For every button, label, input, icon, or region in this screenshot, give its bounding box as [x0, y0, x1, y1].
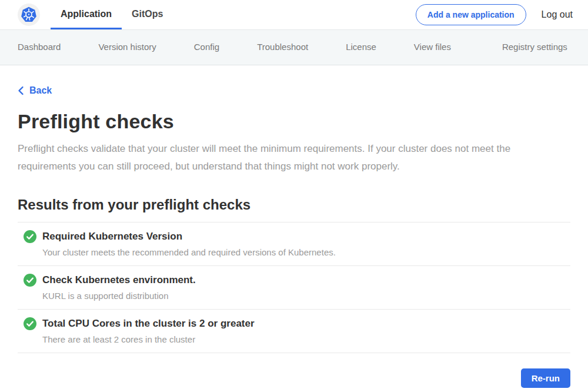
back-link-label: Back	[29, 85, 52, 96]
header-tabs: Application GitOps	[51, 0, 173, 29]
subnav-item-version-history[interactable]: Version history	[98, 35, 156, 59]
app-subnav: Dashboard Version history Config Trouble…	[0, 30, 588, 65]
check-pass-icon	[24, 274, 36, 287]
check-row-head: Total CPU Cores in the cluster is 2 or g…	[24, 317, 570, 330]
subnav-item-troubleshoot[interactable]: Troubleshoot	[257, 35, 308, 59]
subnav-item-view-files[interactable]: View files	[414, 35, 451, 59]
tab-gitops[interactable]: GitOps	[122, 0, 173, 29]
check-title: Check Kubernetes environment.	[42, 274, 196, 286]
preflight-checks-list: Required Kubernetes Version Your cluster…	[18, 222, 570, 353]
subnav-item-license[interactable]: License	[346, 35, 376, 59]
check-description: Your cluster meets the recommended and r…	[42, 247, 570, 257]
check-description: KURL is a supported distribution	[42, 291, 570, 301]
main-content: Back Preflight checks Preflight checks v…	[0, 65, 588, 388]
page-title: Preflight checks	[18, 110, 570, 133]
check-title: Total CPU Cores in the cluster is 2 or g…	[42, 318, 255, 330]
check-row-head: Required Kubernetes Version	[24, 230, 570, 243]
rerun-button[interactable]: Re-run	[521, 368, 570, 388]
chevron-left-icon	[18, 86, 24, 95]
subnav-list: Dashboard Version history Config Trouble…	[18, 35, 570, 59]
check-row-kubernetes-version: Required Kubernetes Version Your cluster…	[18, 222, 570, 266]
kubernetes-logo	[18, 4, 40, 26]
logout-link[interactable]: Log out	[542, 9, 573, 20]
actions-bar: Re-run	[18, 368, 570, 388]
check-row-kubernetes-environment: Check Kubernetes environment. KURL is a …	[18, 266, 570, 310]
page-description: Preflight checks validate that your clus…	[18, 140, 570, 175]
subnav-item-config[interactable]: Config	[194, 35, 219, 59]
kubernetes-helm-icon	[19, 5, 39, 25]
back-link[interactable]: Back	[18, 85, 52, 96]
check-description: There are at least 2 cores in the cluste…	[42, 334, 570, 344]
check-row-cpu-cores: Total CPU Cores in the cluster is 2 or g…	[18, 310, 570, 353]
check-title: Required Kubernetes Version	[42, 231, 182, 242]
top-header: Application GitOps Add a new application…	[0, 0, 588, 30]
check-pass-icon	[24, 317, 36, 330]
tab-application[interactable]: Application	[51, 0, 122, 29]
check-row-head: Check Kubernetes environment.	[24, 274, 570, 287]
add-new-application-button[interactable]: Add a new application	[416, 4, 526, 25]
results-heading: Results from your preflight checks	[18, 197, 570, 213]
subnav-item-dashboard[interactable]: Dashboard	[18, 35, 61, 59]
subnav-item-registry-settings[interactable]: Registry settings	[502, 35, 567, 59]
check-pass-icon	[24, 230, 36, 243]
